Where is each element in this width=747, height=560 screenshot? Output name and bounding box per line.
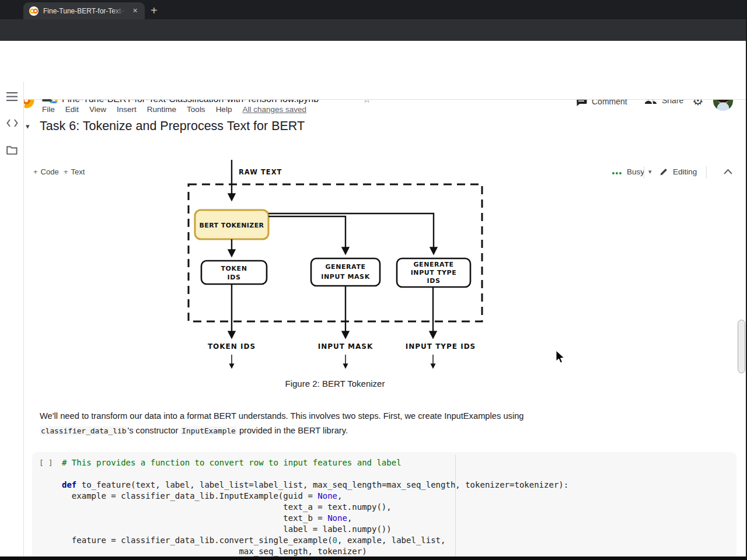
left-sidebar bbox=[0, 82, 24, 558]
toolbar-divider bbox=[644, 166, 644, 178]
code-line: text_b = None, bbox=[62, 513, 568, 524]
plus-icon: + bbox=[64, 167, 68, 176]
code-line: label = label.numpy()) bbox=[62, 524, 568, 535]
toolbar-divider bbox=[706, 166, 707, 178]
add-code-button[interactable]: +Code bbox=[33, 167, 59, 176]
browser-tab[interactable]: Fine-Tune-BERT-for-Text-Cl × bbox=[23, 2, 145, 19]
files-folder-icon[interactable] bbox=[6, 145, 18, 155]
heading-collapse-icon[interactable]: ▾ bbox=[26, 122, 30, 131]
scrollbar-thumb[interactable] bbox=[738, 320, 745, 373]
code-editor[interactable]: # This provides a function to convert ro… bbox=[62, 457, 568, 557]
save-status[interactable]: All changes saved bbox=[242, 105, 306, 114]
figure-caption: Figure 2: BERT Tokenizer bbox=[186, 379, 484, 388]
pencil-icon bbox=[659, 167, 668, 176]
inline-code: classifier_data_lib bbox=[40, 426, 127, 435]
colab-favicon-icon bbox=[29, 6, 39, 16]
label-token: TOKEN bbox=[221, 265, 247, 272]
menu-help[interactable]: Help bbox=[216, 105, 232, 114]
window-bottom-edge bbox=[0, 556, 747, 560]
add-text-label: Text bbox=[71, 167, 85, 176]
collapse-header-icon[interactable] bbox=[724, 169, 732, 174]
colab-header: Fine-Tune-BERT-for-Text-Classification-w… bbox=[0, 41, 747, 82]
markdown-paragraph[interactable]: We'll need to transform our data into a … bbox=[40, 409, 568, 438]
add-code-label: Code bbox=[41, 167, 59, 176]
browser-navbar: ← → ↻ colab.research.google.com/drive/1L… bbox=[0, 19, 747, 41]
label-generate: GENERATE bbox=[413, 261, 453, 268]
tab-title-fade bbox=[112, 6, 125, 18]
code-line: def to_feature(text, label, label_list=l… bbox=[62, 480, 568, 491]
paragraph-text: 's constructor bbox=[127, 426, 180, 435]
label-bert-tokenizer: BERT TOKENIZER bbox=[200, 222, 264, 229]
paragraph-text: provided in the BERT library. bbox=[237, 426, 348, 435]
menu-runtime[interactable]: Runtime bbox=[147, 105, 176, 114]
plus-icon: + bbox=[33, 167, 38, 176]
menu-tools[interactable]: Tools bbox=[187, 105, 205, 114]
screen: Fine-Tune-BERT-for-Text-Cl × + ← → ↻ col… bbox=[0, 0, 747, 560]
dashed-container bbox=[189, 184, 482, 321]
new-tab-button[interactable]: + bbox=[151, 5, 158, 16]
label-input-type: INPUT TYPE bbox=[411, 269, 457, 276]
mouse-cursor bbox=[556, 350, 566, 364]
tab-close-icon[interactable]: × bbox=[130, 6, 140, 16]
runtime-status[interactable]: Busy ▾ bbox=[612, 167, 652, 176]
code-line: feature = classifier_data_lib.convert_si… bbox=[62, 535, 568, 546]
label-raw-text: RAW TEXT bbox=[239, 168, 282, 176]
label-ids: IDS bbox=[228, 274, 241, 281]
label-generate: GENERATE bbox=[325, 263, 365, 271]
editing-mode-button[interactable]: Editing bbox=[659, 167, 697, 176]
notebook-toolbar: +Code +Text Busy ▾ Editing bbox=[24, 82, 747, 100]
bert-tokenizer-diagram: RAW TEXT BERT TOKENIZER TOKEN IDS GENERA… bbox=[186, 156, 484, 373]
add-text-button[interactable]: +Text bbox=[64, 167, 85, 176]
browser-tab-strip: Fine-Tune-BERT-for-Text-Cl × + bbox=[0, 0, 747, 19]
code-cell[interactable]: [ ] # This provides a function to conver… bbox=[32, 452, 736, 558]
label-out-input-mask: INPUT MASK bbox=[318, 342, 374, 351]
previous-cell-fragment bbox=[42, 99, 51, 102]
label-ids: IDS bbox=[427, 277, 441, 285]
run-cell-button[interactable]: [ ] bbox=[39, 459, 53, 467]
menu-insert[interactable]: Insert bbox=[117, 105, 137, 114]
label-out-input-type-ids: INPUT TYPE IDS bbox=[406, 342, 476, 351]
menu-view[interactable]: View bbox=[89, 105, 106, 114]
code-line: max_seq_length, tokenizer) bbox=[62, 546, 568, 557]
paragraph-text: We'll need to transform our data into a … bbox=[40, 411, 524, 421]
label-out-token-ids: TOKEN IDS bbox=[208, 342, 256, 351]
code-line: # This provides a function to convert ro… bbox=[62, 457, 568, 468]
section-heading[interactable]: Task 6: Tokenize and Preprocess Text for… bbox=[40, 119, 305, 134]
find-replace-code-icon[interactable] bbox=[6, 118, 18, 128]
menu-edit[interactable]: Edit bbox=[65, 105, 79, 114]
busy-label: Busy bbox=[627, 167, 644, 176]
inline-code: InputExample bbox=[180, 426, 236, 435]
menubar: File Edit View Insert Runtime Tools Help… bbox=[42, 105, 306, 114]
menu-file[interactable]: File bbox=[42, 105, 55, 114]
busy-spinner-icon bbox=[612, 167, 623, 176]
code-line: example = classifier_data_lib.InputExamp… bbox=[62, 491, 568, 502]
table-of-contents-icon[interactable] bbox=[6, 92, 18, 102]
code-line bbox=[62, 468, 568, 480]
code-line: text_a = text.numpy(), bbox=[62, 502, 568, 513]
editing-label: Editing bbox=[673, 167, 697, 176]
chevron-down-icon[interactable]: ▾ bbox=[648, 168, 652, 176]
label-input-mask: INPUT MASK bbox=[321, 273, 370, 281]
